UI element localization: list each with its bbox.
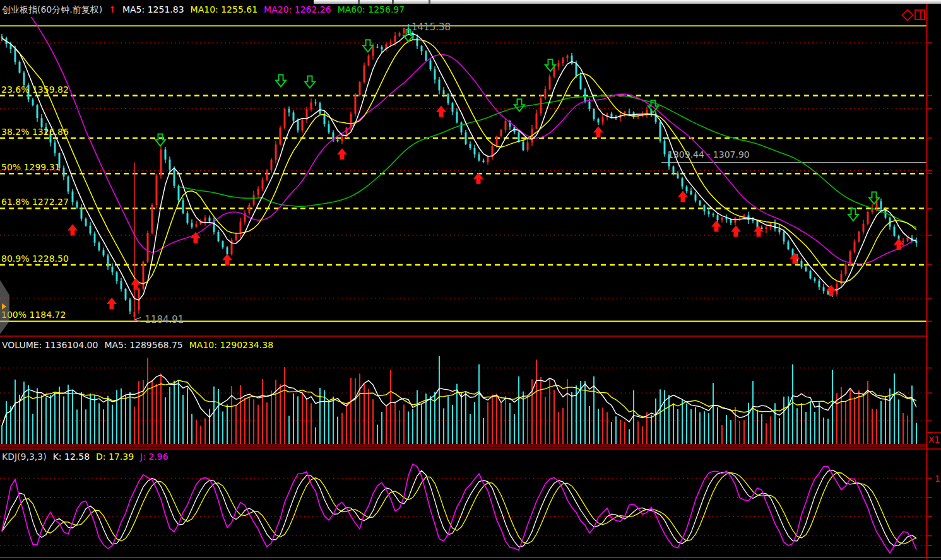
toolbar-edge-strip <box>314 0 941 4</box>
fib-label-23.6%: 23.6% 1359.82 <box>1 85 69 95</box>
range-annotation: 1309.44 - 1307.90 <box>668 149 750 160</box>
sell-signal-arrow-icon <box>155 134 165 146</box>
buy-signal-arrow-icon <box>68 225 78 236</box>
buy-signal-arrow-icon <box>731 226 741 237</box>
kdj-header-title: KDJ(9,3,3) <box>2 452 47 462</box>
ma5: MA5: 1251.83 <box>122 4 184 15</box>
fib-label-50%: 50% 1299.31 <box>1 162 60 172</box>
buy-signal-arrow-icon <box>711 220 721 231</box>
fib-label-80.9%: 80.9% 1228.50 <box>1 254 69 264</box>
chart-graphics <box>0 0 941 560</box>
low-price-annotation: < 1184.91 <box>134 314 184 325</box>
buy-signal-arrow-icon <box>222 254 232 265</box>
buy-signal-arrow-icon <box>107 298 117 309</box>
low-value: 1184.91 <box>145 314 184 325</box>
j-value: J: 2.96 <box>140 452 168 462</box>
buy-signal-arrow-icon <box>337 148 347 160</box>
k-value: K: 12.58 <box>53 452 90 462</box>
peak-price-annotation: 1415.38 <box>411 21 451 33</box>
sell-signal-arrow-icon <box>869 192 879 204</box>
window-pane-icon[interactable] <box>914 9 925 20</box>
buy-signal-arrow-icon <box>593 126 603 137</box>
strip-divider <box>358 0 360 4</box>
kdj-header: KDJ(9,3,3)K: 12.58D: 17.39J: 2.96 <box>2 452 175 462</box>
buy-signal-arrow-icon <box>436 106 446 117</box>
strip-divider <box>392 0 394 4</box>
vol-ma10: MA10: 1290234.38 <box>189 340 273 350</box>
expand-arrow-icon <box>2 303 6 310</box>
fib-label-100%: 100% 1184.72 <box>1 310 66 320</box>
buy-signal-arrow-icon <box>473 173 483 184</box>
fib-label-61.8%: 61.8% 1272.27 <box>1 197 69 207</box>
strip-divider <box>429 0 430 4</box>
ma60: MA60: 1256.97 <box>338 4 405 15</box>
sell-signal-arrow-icon <box>363 40 373 52</box>
sell-signal-arrow-icon <box>305 76 315 88</box>
buy-signal-arrow-icon <box>191 232 201 243</box>
ma20: MA20: 1262.26 <box>264 4 331 15</box>
x1-scale-label: X1 <box>928 435 940 445</box>
pane-divider <box>920 11 921 19</box>
low-marker: < <box>134 314 142 325</box>
volume-header: VOLUME: 1136104.00MA5: 1289568.75MA10: 1… <box>2 340 280 350</box>
sell-signal-arrow-icon <box>848 209 858 221</box>
buy-signal-arrow-icon <box>790 253 800 264</box>
kdj-scale-digit: 1 <box>935 474 940 484</box>
d-value: D: 17.39 <box>96 452 134 462</box>
sell-signal-arrow-icon <box>514 99 524 111</box>
trend-up-arrow-icon: ↑ <box>109 4 116 15</box>
fib-label-38.2%: 38.2% 1326.86 <box>1 127 69 137</box>
buy-signal-arrow-icon <box>894 238 904 250</box>
sell-signal-arrow-icon <box>276 74 286 86</box>
main-header-title: 创业板指(60分钟.前复权) <box>2 4 102 15</box>
ma10: MA10: 1255.61 <box>191 4 258 15</box>
volume-value: VOLUME: 1136104.00 <box>2 340 98 350</box>
main-chart-header: 创业板指(60分钟.前复权)↑MA5: 1251.83MA10: 1255.61… <box>2 4 411 16</box>
vol-ma5: MA5: 1289568.75 <box>104 340 182 350</box>
trading-app-window: 创业板指(60分钟.前复权)↑MA5: 1251.83MA10: 1255.61… <box>0 0 941 560</box>
